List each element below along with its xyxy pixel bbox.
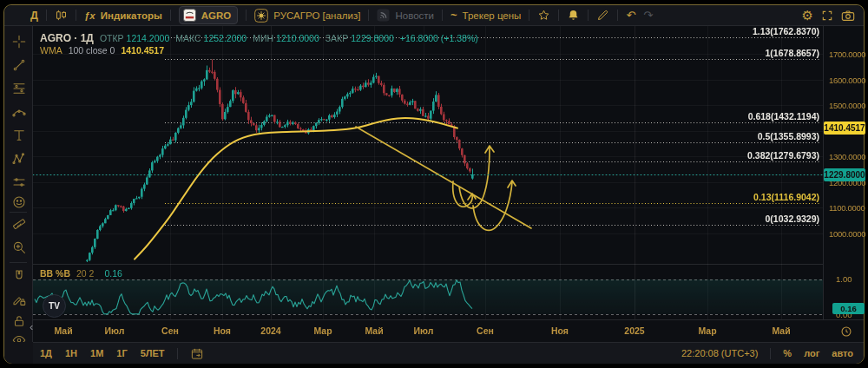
tool-drawing-lock-icon[interactable] [10,291,28,308]
undo-icon[interactable]: ↶ [626,9,635,22]
redo-icon[interactable]: ↷ [643,9,653,22]
divider [246,10,247,21]
news-icon [377,9,390,22]
divider [170,10,171,21]
divider [442,10,443,21]
tool-curve-icon[interactable] [10,103,28,121]
divider [177,348,178,359]
time-axis[interactable] [33,319,864,342]
alert-bell-icon[interactable] [567,9,580,22]
tool-text-icon[interactable] [10,127,28,144]
percent-scale-button[interactable]: % [783,348,792,358]
divider [617,10,618,21]
range-button-1Д[interactable]: 1Д [40,348,52,358]
tool-ruler-icon[interactable] [10,215,28,233]
watchlist-star-icon[interactable] [537,9,550,22]
news-button[interactable]: Новости [377,9,434,22]
price-tracker-button[interactable]: ~ Трекер цены [450,9,521,22]
tool-crosshair-icon[interactable] [10,33,28,50]
range-switcher: 1Д1Н1М1Г5ЛЕТ [40,348,165,358]
tool-long-short-position-icon[interactable] [10,174,28,191]
tool-zoom-in-icon[interactable] [10,239,28,256]
range-button-5ЛЕТ[interactable]: 5ЛЕТ [141,348,165,358]
divider [588,10,589,21]
indicators-button[interactable]: ƒx Индикаторы [84,10,162,21]
wave-icon: ~ [450,9,457,22]
draw-pencil-icon[interactable] [596,9,609,22]
top-toolbar: Д ƒx Индикаторы AGRO РУСАГРО [анализ] Но… [4,5,864,26]
symbol-search-button[interactable]: Д [30,10,38,22]
price-axis[interactable] [823,26,864,342]
range-button-1Г[interactable]: 1Г [116,348,127,358]
clock[interactable]: 22:20:08 (UTC+3) [681,348,758,358]
settings-gear-icon[interactable]: ⚙ [802,8,813,23]
tab-rusagro-analysis[interactable]: РУСАГРО [анализ] [254,9,360,23]
toolbar-divider [10,212,27,213]
fullscreen-icon[interactable] [821,10,833,22]
bottom-left-corner [4,342,33,364]
divider [558,10,559,21]
fx-icon: ƒx [84,10,95,21]
divider [770,348,771,359]
screenshot-camera-icon[interactable] [841,10,855,22]
tool-emoji-icon[interactable] [10,194,28,211]
drawing-toolbar [4,26,33,363]
bottom-toolbar: 1Д1Н1М1Г5ЛЕТ 22:20:08 (UTC+3) % лог авто [33,342,864,364]
divider [368,10,369,21]
tool-trend-line-icon[interactable] [10,56,28,74]
pane-separator[interactable] [33,264,823,265]
range-button-1Н[interactable]: 1Н [65,348,77,358]
go-to-date-icon[interactable] [190,347,204,360]
tool-fib-retracement-icon[interactable] [10,80,28,97]
rusagro-logo-icon [254,9,268,23]
divider [529,10,529,21]
interval-candles-icon[interactable] [55,9,68,22]
toolbar-divider [10,262,27,263]
tab-agro[interactable]: AGRO [179,6,239,24]
agro-logo-icon [183,9,196,22]
range-button-1М[interactable]: 1М [90,348,103,358]
divider [46,10,47,21]
tool-magnet-icon[interactable] [10,267,28,285]
divider [76,10,76,21]
tool-lock-icon[interactable] [10,312,28,330]
tool-xabcd-pattern-icon[interactable] [10,150,28,168]
log-scale-button[interactable]: лог [804,348,819,358]
auto-scale-button[interactable]: авто [832,348,853,358]
app-window [3,4,865,364]
